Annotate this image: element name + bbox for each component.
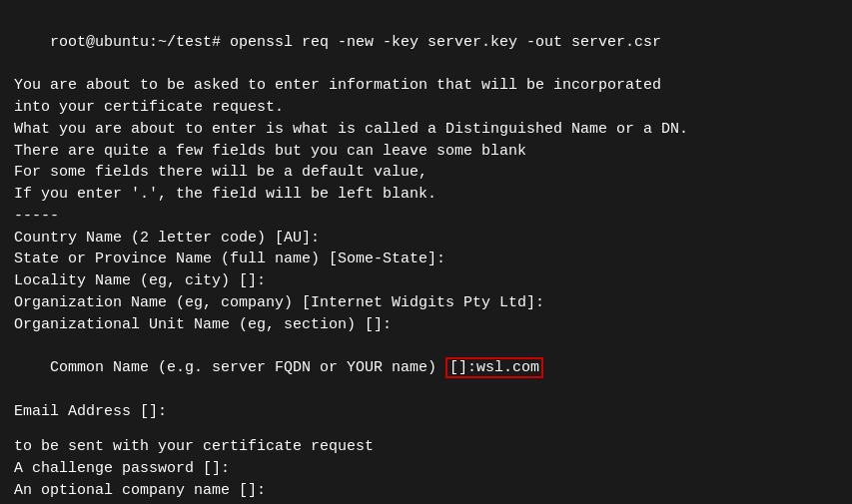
line-info3: What you are about to enter is what is c… <box>14 119 838 141</box>
line-field5: Organizational Unit Name (eg, section) [… <box>14 314 838 336</box>
line-field4: Organization Name (eg, company) [Interne… <box>14 292 838 314</box>
terminal-window: root@ubuntu:~/test# openssl req -new -ke… <box>0 0 852 504</box>
line-info1: You are about to be asked to enter infor… <box>14 75 838 97</box>
line-field6: Common Name (e.g. server FQDN or YOUR na… <box>14 335 838 400</box>
line-field1: Country Name (2 letter code) [AU]: <box>14 228 838 250</box>
line-extra2: A challenge password []: <box>14 458 838 480</box>
line-extra1: to be sent with your certificate request <box>14 436 838 458</box>
line-info5: For some fields there will be a default … <box>14 162 838 184</box>
line-info4: There are quite a few fields but you can… <box>14 141 838 163</box>
line-info2: into your certificate request. <box>14 97 838 119</box>
line-extra3: An optional company name []: <box>14 480 838 502</box>
highlighted-value: []:wsl.com <box>445 357 543 378</box>
line-separator: ----- <box>14 206 838 228</box>
field6-prefix: Common Name (e.g. server FQDN or YOUR na… <box>50 359 445 376</box>
line-field7: Email Address []: <box>14 401 838 423</box>
prompt-text: root@ubuntu:~/test# openssl req -new -ke… <box>50 34 661 51</box>
line-field3: Locality Name (eg, city) []: <box>14 270 838 292</box>
line-field2: State or Province Name (full name) [Some… <box>14 249 838 270</box>
line-info6: If you enter '.', the field will be left… <box>14 184 838 206</box>
line-command: root@ubuntu:~/test# openssl req -new -ke… <box>14 10 838 75</box>
blank-line <box>14 422 838 436</box>
